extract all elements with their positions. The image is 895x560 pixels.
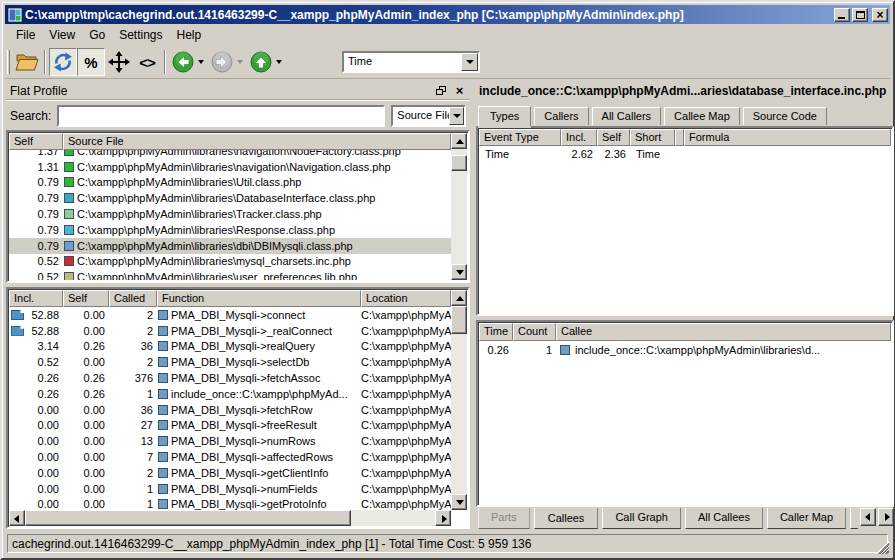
event-type-combobox[interactable]: Time	[342, 51, 480, 73]
function-row[interactable]: 0.00 0.00 1 PMA_DBI_Mysqli->getProtoInfo…	[9, 497, 451, 510]
file-row[interactable]: 0.79 C:\xampp\phpMyAdmin\libraries\Track…	[9, 206, 451, 222]
function-row[interactable]: 0.00 0.00 2 PMA_DBI_Mysqli->getClientInf…	[9, 465, 451, 481]
tab-scroll-left-button[interactable]	[860, 508, 876, 526]
file-row[interactable]: 0.79 C:\xampp\phpMyAdmin\libraries\Respo…	[9, 222, 451, 238]
up-history-dropdown[interactable]	[276, 60, 282, 64]
status-bar: cachegrind.out.1416463299-C__xampp_phpMy…	[5, 532, 890, 555]
function-row[interactable]: 0.00 0.00 13 PMA_DBI_Mysqli->numRows C:\…	[9, 433, 451, 449]
relative-cost-button[interactable]: <>	[133, 48, 161, 76]
dock-float-button[interactable]	[434, 84, 449, 98]
scroll-down-button[interactable]	[451, 494, 467, 510]
column-header-function[interactable]: Function	[157, 290, 361, 307]
percentage-toggle-button[interactable]: %	[77, 48, 105, 76]
detail-bottom-tab[interactable]: Caller Map	[767, 508, 846, 529]
chevron-down-icon[interactable]	[449, 107, 464, 125]
column-header-formula[interactable]: Formula	[684, 129, 891, 146]
file-row[interactable]: 0.79 C:\xampp\phpMyAdmin\libraries\dbi\D…	[9, 238, 451, 254]
reload-button[interactable]	[49, 48, 77, 76]
reload-icon	[52, 51, 74, 73]
scroll-left-button[interactable]	[9, 510, 25, 526]
open-file-button[interactable]	[13, 48, 41, 76]
scrollbar-thumb[interactable]	[451, 306, 467, 334]
minimize-button[interactable]	[834, 8, 850, 22]
chevron-down-icon[interactable]	[461, 53, 478, 71]
close-button[interactable]: ×	[872, 8, 888, 22]
menu-bar: FileViewGoSettingsHelp	[5, 24, 890, 46]
toolbar-handle[interactable]	[7, 50, 10, 74]
file-row[interactable]: 0.52 C:\xampp\phpMyAdmin\libraries\mysql…	[9, 254, 451, 270]
detail-tab[interactable]: Callers	[534, 107, 588, 125]
expand-areas-button[interactable]	[105, 48, 133, 76]
callee-row[interactable]: 0.26 1 include_once::C:\xampp\phpMyAdmin…	[479, 341, 891, 358]
column-header-called[interactable]: Called	[109, 290, 157, 307]
column-header-spacer[interactable]	[675, 129, 684, 146]
column-header-incl[interactable]: Incl.	[561, 129, 597, 146]
vertical-scrollbar[interactable]	[451, 133, 467, 280]
detail-tab[interactable]: Callee Map	[664, 107, 740, 125]
scroll-down-button[interactable]	[451, 264, 467, 280]
function-row[interactable]: 52.88 0.00 2 PMA_DBI_Mysqli->_realConnec…	[9, 323, 451, 339]
grouping-combobox[interactable]: Source File	[391, 105, 466, 127]
back-button[interactable]	[169, 48, 197, 76]
menu-item[interactable]: File	[9, 26, 42, 44]
function-row[interactable]: 0.26 0.26 1 include_once::C:\xampp\phpMy…	[9, 386, 451, 402]
scroll-up-button[interactable]	[451, 290, 467, 306]
function-row[interactable]: 3.14 0.26 36 PMA_DBI_Mysqli->realQuery C…	[9, 339, 451, 355]
detail-bottom-tab[interactable]: All Callees	[685, 508, 763, 529]
dock-close-button[interactable]: ×	[452, 84, 467, 98]
file-row[interactable]: 0.52 C:\xampp\phpMyAdmin\libraries\user_…	[9, 269, 451, 280]
scroll-right-button[interactable]	[435, 510, 451, 526]
detail-tab[interactable]: All Callers	[592, 107, 662, 125]
scrollbar-thumb[interactable]	[451, 155, 467, 171]
menu-item[interactable]: Help	[170, 26, 209, 44]
function-row[interactable]: 0.26 0.26 376 PMA_DBI_Mysqli->fetchAssoc…	[9, 370, 451, 386]
function-row[interactable]: 0.00 0.00 27 PMA_DBI_Mysqli->freeResult …	[9, 418, 451, 434]
function-row[interactable]: 52.88 0.00 2 PMA_DBI_Mysqli->connect C:\…	[9, 307, 451, 323]
column-header-source-file[interactable]: Source File	[63, 133, 451, 150]
file-row[interactable]: 0.79 C:\xampp\phpMyAdmin\libraries\Datab…	[9, 190, 451, 206]
title-bar[interactable]: C:\xampp\tmp\cachegrind.out.1416463299-C…	[5, 5, 890, 24]
resize-grip[interactable]	[876, 541, 889, 554]
column-header-time[interactable]: Time	[479, 323, 513, 341]
detail-bottom-tab[interactable]: Parts	[478, 508, 530, 529]
column-header-self[interactable]: Self	[9, 133, 63, 150]
menu-item[interactable]: Settings	[112, 26, 169, 44]
detail-bottom-tab[interactable]: Machine	[850, 508, 858, 529]
function-row[interactable]: 0.00 0.00 36 PMA_DBI_Mysqli->fetchRow C:…	[9, 402, 451, 418]
function-name: PMA_DBI_Mysqli->getClientInfo	[171, 467, 361, 479]
column-header-count[interactable]: Count	[513, 323, 556, 341]
scroll-up-button[interactable]	[451, 133, 467, 149]
column-header-short[interactable]: Short	[630, 129, 675, 146]
file-row[interactable]: 1.37 C:\xampp\phpMyAdmin\libraries\navig…	[9, 150, 451, 159]
column-header-event-type[interactable]: Event Type	[479, 129, 561, 146]
search-input[interactable]	[57, 105, 385, 127]
menu-item[interactable]: View	[42, 26, 82, 44]
callee-name: include_once::C:\xampp\phpMyAdmin\librar…	[575, 344, 891, 356]
column-header-location[interactable]: Location	[361, 290, 451, 307]
column-header-self[interactable]: Self	[63, 290, 109, 307]
file-row[interactable]: 1.31 C:\xampp\phpMyAdmin\libraries\navig…	[9, 159, 451, 175]
menu-item[interactable]: Go	[82, 26, 112, 44]
function-row[interactable]: 0.52 0.00 2 PMA_DBI_Mysqli->selectDb C:\…	[9, 354, 451, 370]
dock-title-bar[interactable]: Flat Profile ×	[6, 82, 470, 100]
forward-button[interactable]	[208, 48, 236, 76]
column-header-incl[interactable]: Incl.	[9, 290, 63, 307]
forward-history-dropdown[interactable]	[237, 60, 243, 64]
up-button[interactable]	[247, 48, 275, 76]
column-header-callee[interactable]: Callee	[556, 323, 891, 341]
function-row[interactable]: 0.00 0.00 7 PMA_DBI_Mysqli->affectedRows…	[9, 449, 451, 465]
maximize-button[interactable]	[852, 8, 868, 22]
detail-bottom-tab[interactable]: Call Graph	[602, 508, 681, 529]
back-history-dropdown[interactable]	[198, 60, 204, 64]
vertical-scrollbar[interactable]	[451, 290, 467, 510]
tab-scroll-right-button[interactable]	[878, 508, 894, 526]
detail-tab[interactable]: Types	[478, 106, 531, 126]
horizontal-scrollbar[interactable]	[9, 510, 451, 526]
detail-bottom-tab[interactable]: Callees	[534, 508, 599, 529]
file-row[interactable]: 0.79 C:\xampp\phpMyAdmin\libraries\Util.…	[9, 175, 451, 191]
column-header-self[interactable]: Self	[597, 129, 630, 146]
event-type-row[interactable]: Time 2.62 2.36 Time	[479, 146, 891, 162]
scrollbar-thumb[interactable]	[25, 510, 351, 526]
detail-tab[interactable]: Source Code	[743, 107, 827, 125]
function-row[interactable]: 0.00 0.00 1 PMA_DBI_Mysqli->numFields C:…	[9, 481, 451, 497]
